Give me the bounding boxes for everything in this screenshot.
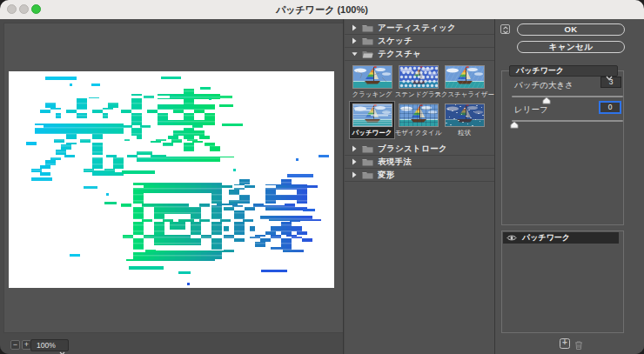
filter-thumb-crackle[interactable]: クラッキング xyxy=(350,63,394,100)
triangle-right-icon[interactable] xyxy=(352,145,358,152)
triangle-right-icon[interactable] xyxy=(352,158,358,165)
zoom-level-dropdown[interactable]: 100% xyxy=(30,339,69,351)
trash-icon xyxy=(574,338,584,349)
filter-category-5[interactable]: 表現手法 xyxy=(345,156,494,169)
window-title: パッチワーク (100%) xyxy=(0,0,644,19)
folder-closed-icon xyxy=(362,144,373,153)
category-label: テクスチャ xyxy=(378,49,421,60)
triangle-right-icon[interactable] xyxy=(352,37,358,44)
category-label: アーティスティック xyxy=(378,23,456,34)
folder-closed-icon xyxy=(362,157,373,166)
triangle-right-icon[interactable] xyxy=(352,171,358,178)
settings-panel: OK キャンセル パッチワーク パッチの大きさ3レリーフ0 パッチワーク + xyxy=(495,19,644,354)
filter-list-panel: アーティスティックスケッチテクスチャクラッキングステンドグラステクスチャライザー… xyxy=(345,19,494,354)
filter-thumb-grain[interactable]: 粒状 xyxy=(442,102,486,138)
title-bar[interactable]: パッチワーク (100%) xyxy=(0,0,644,20)
filter-category-2[interactable]: スケッチ xyxy=(345,35,494,48)
filter-thumb-patchwork[interactable]: パッチワーク xyxy=(350,102,394,138)
slider-thumb-icon[interactable] xyxy=(510,117,519,132)
param-slider-1[interactable] xyxy=(512,92,623,101)
filter-category-3[interactable]: テクスチャ xyxy=(345,48,494,61)
filter-thumbnail-image xyxy=(445,104,485,127)
category-label: ブラシストローク xyxy=(378,144,447,155)
filter-category-6[interactable]: 変形 xyxy=(345,169,494,182)
delete-effect-layer-button[interactable] xyxy=(574,338,584,349)
preview-status-bar: − + 100% xyxy=(3,335,342,354)
filter-thumbnail-image xyxy=(445,65,485,89)
param-slider-2[interactable] xyxy=(512,117,623,125)
ok-button[interactable]: OK xyxy=(517,23,625,36)
folder-closed-icon xyxy=(362,23,373,32)
effect-layer-name: パッチワーク xyxy=(522,232,570,244)
double-chevron-icon xyxy=(502,22,509,37)
dialog-content: − + 100% アーティスティックスケッチテクスチャクラッキングステンドグラス… xyxy=(0,19,644,354)
zoom-level-value: 100% xyxy=(37,341,56,351)
filter-thumb-label: パッチワーク xyxy=(352,129,392,137)
triangle-down-icon[interactable] xyxy=(352,51,358,57)
filter-thumb-mosaic[interactable]: モザイクタイル xyxy=(396,102,440,138)
folder-open-icon xyxy=(362,50,373,58)
filter-thumbnail-image xyxy=(399,104,439,127)
filter-thumb-label: クラッキング xyxy=(352,90,392,99)
divider xyxy=(343,19,344,354)
preview-canvas xyxy=(9,71,334,288)
param-value-2[interactable]: 0 xyxy=(599,101,621,114)
collapse-filter-list-button[interactable] xyxy=(500,24,510,34)
param-label-2: レリーフ xyxy=(514,104,548,116)
filter-category-4[interactable]: ブラシストローク xyxy=(345,143,494,156)
chevron-down-icon xyxy=(59,344,65,354)
slider-track[interactable] xyxy=(512,96,623,97)
preview-image xyxy=(9,71,334,288)
effect-layer-row[interactable]: パッチワーク xyxy=(503,232,619,244)
filter-thumb-label: モザイクタイル xyxy=(395,129,442,137)
chevron-down-icon xyxy=(606,69,613,84)
visibility-eye-icon[interactable] xyxy=(506,234,517,242)
filter-thumbnail-image xyxy=(352,65,392,89)
filter-category-1[interactable]: アーティスティック xyxy=(345,22,494,35)
param-label-1: パッチの大きさ xyxy=(514,80,574,91)
filter-thumb-label: テクスチャライザー xyxy=(434,90,494,99)
category-label: 変形 xyxy=(378,170,395,181)
filter-select-dropdown[interactable]: パッチワーク xyxy=(509,65,618,77)
filter-thumbnail-image xyxy=(399,65,439,89)
zoom-out-button[interactable]: − xyxy=(10,340,20,350)
texture-filter-grid: クラッキングステンドグラステクスチャライザーパッチワークモザイクタイル粒状 xyxy=(345,61,494,143)
effect-layers-list: パッチワーク xyxy=(501,230,624,333)
new-effect-layer-button[interactable]: + xyxy=(560,338,570,349)
category-label: スケッチ xyxy=(378,36,413,47)
preview-panel xyxy=(3,23,344,333)
filter-select-value: パッチワーク xyxy=(516,66,564,76)
cancel-button[interactable]: キャンセル xyxy=(517,41,625,53)
filter-thumbnail-image xyxy=(352,104,392,127)
filter-thumb-texturizer[interactable]: テクスチャライザー xyxy=(442,63,486,100)
triangle-right-icon[interactable] xyxy=(352,24,358,31)
filter-parameters-group: パッチの大きさ3レリーフ0 xyxy=(501,70,624,225)
filter-gallery-dialog: パッチワーク (100%) − + 100% アーティスティックスケッチテクスチ… xyxy=(0,0,644,354)
slider-track[interactable] xyxy=(512,120,623,122)
filter-thumb-label: 粒状 xyxy=(458,129,471,137)
folder-closed-icon xyxy=(362,170,373,179)
folder-closed-icon xyxy=(362,37,373,45)
category-label: 表現手法 xyxy=(378,157,412,168)
